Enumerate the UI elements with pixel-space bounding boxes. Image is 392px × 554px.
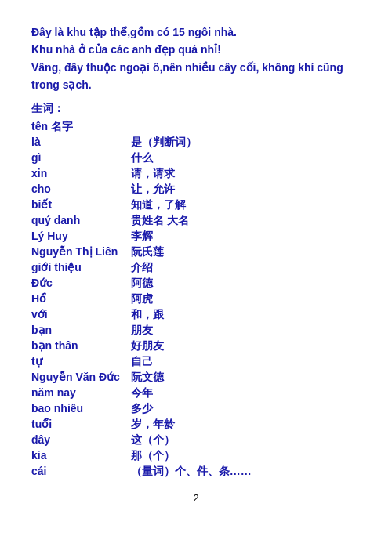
- vocab-row: bạn朋友: [31, 323, 361, 339]
- vocab-viet: xin: [31, 166, 131, 182]
- vocab-row: cho让，允许: [31, 182, 361, 197]
- vocab-chinese: 阿德: [131, 276, 361, 291]
- vocab-chinese: 请，请求: [131, 166, 361, 182]
- vocab-chinese: 岁，年龄: [131, 417, 361, 433]
- vocab-chinese: 阮文德: [131, 370, 361, 386]
- vocab-row: biết知道，了解: [31, 197, 361, 213]
- intro-line1: Đây là khu tập thể,gồm có 15 ngôi nhà.: [31, 26, 237, 38]
- vocab-row: là是（判断词）: [31, 135, 361, 150]
- vocab-viet: bạn thân: [31, 339, 131, 354]
- vocab-viet: là: [31, 135, 131, 150]
- vocab-chinese: 好朋友: [131, 339, 361, 354]
- vocab-chinese: 阿虎: [131, 291, 361, 307]
- vocab-viet: năm nay: [31, 386, 131, 401]
- page-number: 2: [31, 492, 361, 504]
- vocab-row: tự自己: [31, 354, 361, 370]
- vocab-chinese: （量词）个、件、条……: [131, 464, 361, 480]
- vocab-row: tuổi岁，年龄: [31, 417, 361, 433]
- vocab-chinese: 是（判断词）: [131, 135, 361, 150]
- vocab-viet: tự: [31, 354, 131, 370]
- vocab-viet: Đức: [31, 276, 131, 291]
- vocab-row: giới thiệu介绍: [31, 260, 361, 276]
- vocab-viet: đây: [31, 433, 131, 448]
- vocab-chinese: 让，允许: [131, 182, 361, 197]
- vocab-row: cái（量词）个、件、条……: [31, 464, 361, 480]
- vocab-chinese: 今年: [131, 386, 361, 401]
- vocab-table: tên 名字là是（判断词）gì什么xin请，请求cho让，允许biết知道，了…: [31, 119, 361, 480]
- vocab-row: Đức阿德: [31, 276, 361, 291]
- vocab-viet: giới thiệu: [31, 260, 131, 276]
- intro-line2: Khu nhà ở của các anh đẹp quá nhỉ!: [31, 43, 221, 56]
- vocab-row: tên 名字: [31, 119, 361, 135]
- vocab-chinese: [131, 119, 361, 135]
- vocab-row: Hổ阿虎: [31, 291, 361, 307]
- page: Đây là khu tập thể,gồm có 15 ngôi nhà. K…: [0, 0, 392, 554]
- vocab-row: gì什么: [31, 150, 361, 166]
- vocab-chinese: 介绍: [131, 260, 361, 276]
- vocab-viet: tên 名字: [31, 119, 131, 135]
- vocab-chinese: 什么: [131, 150, 361, 166]
- vocab-viet: biết: [31, 197, 131, 213]
- vocab-row: với和，跟: [31, 307, 361, 323]
- vocab-row: Lý Huy李辉: [31, 229, 361, 244]
- vocab-row: kia那（个）: [31, 448, 361, 464]
- vocab-row: Nguyễn Văn Đức阮文德: [31, 370, 361, 386]
- vocab-chinese: 李辉: [131, 229, 361, 244]
- vocab-viet: Nguyễn Thị Liên: [31, 244, 131, 260]
- vocab-chinese: 这（个）: [131, 433, 361, 448]
- vocab-chinese: 那（个）: [131, 448, 361, 464]
- vocab-viet: với: [31, 307, 131, 323]
- vocab-chinese: 和，跟: [131, 307, 361, 323]
- vocab-viet: kia: [31, 448, 131, 464]
- vocab-row: Nguyễn Thị Liên阮氏莲: [31, 244, 361, 260]
- intro-paragraph: Đây là khu tập thể,gồm có 15 ngôi nhà. K…: [31, 24, 361, 94]
- vocab-viet: gì: [31, 150, 131, 166]
- vocab-chinese: 知道，了解: [131, 197, 361, 213]
- vocab-viet: bao nhiêu: [31, 401, 131, 417]
- vocab-chinese: 贵姓名 大名: [131, 213, 361, 229]
- vocab-viet: tuổi: [31, 417, 131, 433]
- vocab-viet: Nguyễn Văn Đức: [31, 370, 131, 386]
- intro-line3: Vâng, đây thuộc ngoại ô,nên nhiều cây cố…: [31, 61, 343, 91]
- vocab-row: bạn thân好朋友: [31, 339, 361, 354]
- vocab-viet: Hổ: [31, 291, 131, 307]
- vocab-row: xin请，请求: [31, 166, 361, 182]
- vocab-row: quý danh贵姓名 大名: [31, 213, 361, 229]
- vocab-row: năm nay今年: [31, 386, 361, 401]
- vocab-viet: cho: [31, 182, 131, 197]
- vocab-chinese: 自己: [131, 354, 361, 370]
- vocab-chinese: 朋友: [131, 323, 361, 339]
- vocab-chinese: 多少: [131, 401, 361, 417]
- vocab-chinese: 阮氏莲: [131, 244, 361, 260]
- vocab-row: bao nhiêu多少: [31, 401, 361, 417]
- vocab-label: 生词：: [31, 102, 361, 116]
- vocab-viet: cái: [31, 464, 131, 480]
- vocab-row: đây这（个）: [31, 433, 361, 448]
- vocab-viet: bạn: [31, 323, 131, 339]
- vocab-viet: quý danh: [31, 213, 131, 229]
- vocab-viet: Lý Huy: [31, 229, 131, 244]
